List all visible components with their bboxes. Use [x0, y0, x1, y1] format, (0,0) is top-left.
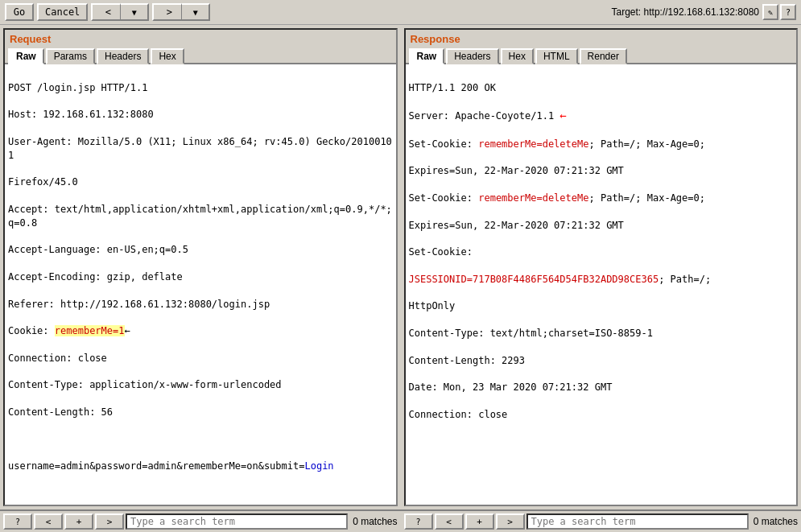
request-line-5: Accept: text/html,application/xhtml+xml,…: [8, 203, 393, 230]
request-add-button[interactable]: +: [64, 513, 93, 530]
request-line-9: Cookie: rememberMe=1←: [8, 324, 393, 338]
resp-line-2: Server: Apache-Coyote/1.1 ←: [409, 108, 794, 124]
resp-blank3: [409, 489, 794, 503]
toolbar-icons: ✎ ?: [762, 4, 796, 20]
response-panel-title: Response: [406, 30, 797, 47]
request-line-1: POST /login.jsp HTTP/1.1: [8, 81, 393, 95]
resp-line-5: Set-Cookie: rememberMe=deleteMe; Path=/;…: [409, 192, 794, 205]
request-panel: Request Raw Params Headers Hex POST /log…: [3, 28, 398, 506]
help-icon[interactable]: ?: [780, 4, 796, 20]
request-line-blank: [8, 433, 393, 447]
resp-line-13: Connection: close: [409, 408, 794, 422]
resp-line-6: Expires=Sun, 22-Mar-2020 07:21:32 GMT: [409, 219, 794, 233]
tab-request-raw[interactable]: Raw: [8, 48, 44, 64]
resp-blank2: [409, 462, 794, 476]
edit-icon[interactable]: ✎: [762, 4, 778, 20]
tab-request-params[interactable]: Params: [46, 48, 95, 64]
resp-line-9: HttpOnly: [409, 299, 794, 313]
resp-blank1: [409, 435, 794, 448]
request-line-2: Host: 192.168.61.132:8080: [8, 108, 393, 122]
tab-request-hex[interactable]: Hex: [151, 48, 184, 64]
go-button[interactable]: Go: [5, 3, 34, 21]
resp-line-7: Set-Cookie:: [409, 245, 794, 259]
response-content[interactable]: HTTP/1.1 200 OK Server: Apache-Coyote/1.…: [406, 64, 797, 505]
request-panel-title: Request: [5, 30, 396, 47]
forward-button[interactable]: >: [152, 3, 181, 21]
tab-request-headers[interactable]: Headers: [97, 48, 149, 64]
request-line-body: username=admin&password=admin&rememberMe…: [8, 460, 393, 473]
main-toolbar: Go Cancel < ▼ > ▼ Target: http://192.168…: [0, 0, 801, 25]
request-line-6: Accept-Language: en-US,en;q=0.5: [8, 243, 393, 257]
request-search-bar: ? < + > 0 matches: [0, 509, 401, 532]
forward-dropdown-button[interactable]: ▼: [181, 3, 210, 21]
response-search-bar: ? < + > 0 matches: [401, 509, 802, 532]
request-help-button[interactable]: ?: [3, 513, 32, 530]
target-label: Target: http://192.168.61.132:8080: [612, 6, 759, 18]
request-content[interactable]: POST /login.jsp HTTP/1.1 Host: 192.168.6…: [5, 64, 396, 505]
forward-button-group: > ▼: [152, 3, 210, 21]
response-panel: Response Raw Headers Hex HTML Render HTT…: [404, 28, 799, 506]
tab-response-raw[interactable]: Raw: [409, 48, 445, 64]
request-matches-label: 0 matches: [349, 516, 397, 527]
resp-line-11: Content-Length: 2293: [409, 354, 794, 368]
request-tabs: Raw Params Headers Hex: [5, 47, 396, 64]
resp-line-4: Expires=Sun, 22-Mar-2020 07:21:32 GMT: [409, 164, 794, 178]
request-line-3: User-Agent: Mozilla/5.0 (X11; Linux x86_…: [8, 135, 393, 163]
request-line-12: Content-Length: 56: [8, 406, 393, 419]
tab-response-render[interactable]: Render: [580, 48, 627, 64]
response-prev-button[interactable]: <: [435, 513, 464, 530]
resp-line-8: JSESSIONID=717B08F4486F564D54FB32ADD98CE…: [409, 273, 794, 287]
response-tabs: Raw Headers Hex HTML Render: [406, 47, 797, 64]
back-dropdown-button[interactable]: ▼: [120, 3, 149, 21]
back-button[interactable]: <: [91, 3, 120, 21]
response-help-button[interactable]: ?: [404, 513, 433, 530]
panels-container: Request Raw Params Headers Hex POST /log…: [0, 25, 801, 509]
response-next-button[interactable]: >: [496, 513, 525, 530]
request-search-input[interactable]: [126, 513, 348, 530]
request-line-7: Accept-Encoding: gzip, deflate: [8, 270, 393, 284]
back-button-group: < ▼: [91, 3, 149, 21]
resp-line-1: HTTP/1.1 200 OK: [409, 81, 794, 95]
request-line-11: Content-Type: application/x-www-form-url…: [8, 378, 393, 392]
request-prev-button[interactable]: <: [34, 513, 63, 530]
resp-line-3: Set-Cookie: rememberMe=deleteMe; Path=/;…: [409, 138, 794, 151]
response-matches-label: 0 matches: [750, 516, 798, 527]
tab-response-headers[interactable]: Headers: [446, 48, 498, 64]
resp-line-10: Content-Type: text/html;charset=ISO-8859…: [409, 327, 794, 340]
response-add-button[interactable]: +: [465, 513, 494, 530]
request-line-8: Referer: http://192.168.61.132:8080/logi…: [8, 298, 393, 311]
cancel-button[interactable]: Cancel: [37, 3, 88, 21]
bottom-search-row: ? < + > 0 matches ? < + > 0 matches: [0, 509, 801, 532]
request-line-10: Connection: close: [8, 352, 393, 365]
response-search-input[interactable]: [526, 513, 749, 530]
request-line-4: Firefox/45.0: [8, 175, 393, 189]
tab-response-html[interactable]: HTML: [535, 48, 578, 64]
request-next-button[interactable]: >: [95, 513, 124, 530]
resp-line-12: Date: Mon, 23 Mar 2020 07:21:32 GMT: [409, 381, 794, 394]
tab-response-hex[interactable]: Hex: [501, 48, 534, 64]
